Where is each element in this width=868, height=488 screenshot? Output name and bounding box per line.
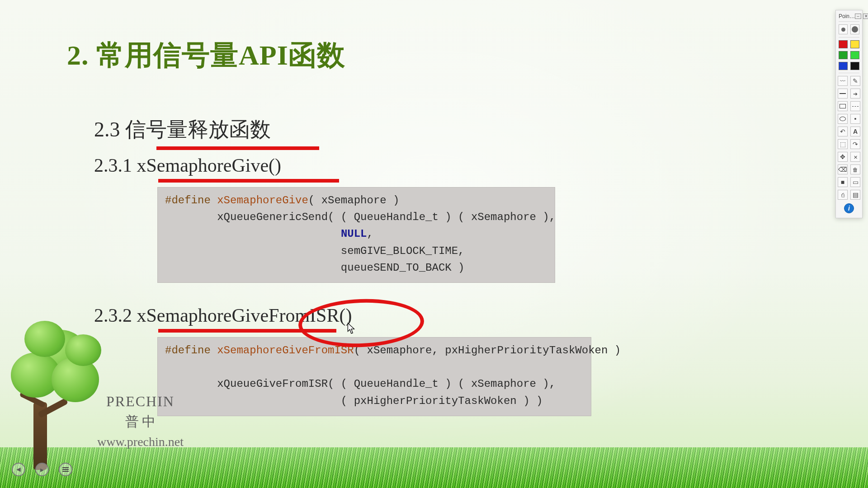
grass-decor xyxy=(0,447,868,488)
code-block-2: #define xSemaphoreGiveFromISR( xSemaphor… xyxy=(157,337,591,416)
subsection-1: 2.3.1 xSemaphoreGive() xyxy=(94,155,760,176)
tool-text[interactable] xyxy=(850,127,860,136)
playback-controls: ◄ ▸ xyxy=(12,463,72,476)
tool-dot[interactable] xyxy=(850,114,860,124)
annotation-underline xyxy=(156,146,319,150)
color-green-dark[interactable] xyxy=(839,51,848,59)
color-green-light[interactable] xyxy=(850,51,859,59)
tool-crop[interactable]: ⬚ xyxy=(838,139,848,149)
tool-erase[interactable]: ⌫ xyxy=(838,164,848,174)
section-text: 信号量释放函数 xyxy=(125,118,271,141)
color-yellow[interactable] xyxy=(850,40,859,48)
sub2-num: 2.3.2 xyxy=(94,305,132,326)
menu-button[interactable] xyxy=(59,463,72,476)
brand-zh: 普 中 xyxy=(97,413,184,431)
palette-sizes xyxy=(839,21,859,34)
section-num: 2.3 xyxy=(94,118,120,141)
tool-line[interactable] xyxy=(838,89,848,99)
size-large-button[interactable] xyxy=(850,24,859,34)
tool-arrow[interactable] xyxy=(850,89,860,99)
palette-close-button[interactable]: ✕ xyxy=(863,14,868,19)
slide-content: 2. 常用信号量API函数 2.3 信号量释放函数 2.3.1 xSemapho… xyxy=(67,36,760,434)
tool-move[interactable] xyxy=(838,152,848,162)
color-black[interactable] xyxy=(850,62,859,70)
annotation-palette[interactable]: Poin… – ✕ ✎ xyxy=(835,10,863,218)
sub1-num: 2.3.1 xyxy=(94,155,132,176)
tool-redo[interactable] xyxy=(850,139,860,149)
tool-save[interactable] xyxy=(838,177,848,187)
tool-clear[interactable] xyxy=(850,152,860,162)
color-blue[interactable] xyxy=(839,62,848,70)
size-small-button[interactable] xyxy=(839,24,848,34)
subsection-2: 2.3.2 xSemaphoreGiveFromISR() xyxy=(94,305,760,326)
tool-oval[interactable] xyxy=(838,114,848,124)
tool-pen[interactable]: ✎ xyxy=(850,76,860,86)
section-heading: 2.3 信号量释放函数 xyxy=(94,116,760,144)
palette-titlebar[interactable]: Poin… – ✕ xyxy=(839,13,859,19)
slide-title: 2. 常用信号量API函数 xyxy=(67,36,760,74)
color-red[interactable] xyxy=(839,40,848,48)
tool-info[interactable]: i xyxy=(839,203,859,213)
prev-button[interactable]: ◄ xyxy=(12,463,25,476)
palette-min-button[interactable]: – xyxy=(855,14,861,19)
palette-tools: ✎ ⬚ ⌫ ▤ i xyxy=(839,73,859,213)
tool-freehand[interactable] xyxy=(838,76,848,86)
tool-dashline[interactable] xyxy=(850,101,860,111)
palette-colors xyxy=(839,37,859,70)
code-block-1: #define xSemaphoreGive( xSemaphore ) xQu… xyxy=(157,187,555,283)
tool-whiteboard[interactable] xyxy=(850,177,860,187)
brand-url: www.prechin.net xyxy=(97,435,184,449)
annotation-underline xyxy=(158,179,339,183)
tool-screen[interactable]: ▤ xyxy=(850,190,860,200)
palette-title: Poin… xyxy=(839,13,855,19)
play-button[interactable]: ▸ xyxy=(35,463,49,476)
annotation-underline xyxy=(158,329,336,333)
tool-undo[interactable] xyxy=(838,127,848,136)
brand-block: PRECHIN 普 中 www.prechin.net xyxy=(97,393,184,449)
sub2-text: xSemaphoreGiveFromISR() xyxy=(137,305,352,326)
sub1-text: xSemaphoreGive() xyxy=(137,155,282,176)
tool-print[interactable] xyxy=(838,190,848,200)
tool-trash[interactable] xyxy=(850,164,860,174)
tool-rect[interactable] xyxy=(838,101,848,111)
brand-en: PRECHIN xyxy=(97,393,184,410)
